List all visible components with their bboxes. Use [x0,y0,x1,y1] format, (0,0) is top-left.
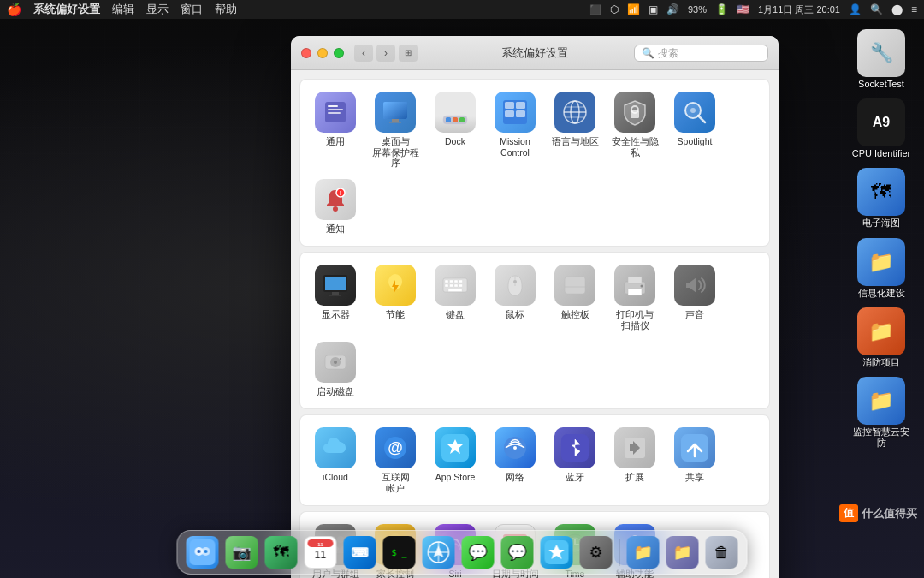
dock-appstore-dock[interactable] [539,534,575,570]
svg-rect-11 [459,117,465,122]
datetime[interactable]: 1月11日 周三 20:01 [758,3,840,16]
pref-item-startup[interactable]: 启动磁盘 [305,337,365,402]
pref-item-display[interactable]: 显示器 [305,259,365,336]
dock-calendar[interactable]: 1111 [303,534,339,570]
menu-item-edit[interactable]: 编辑 [112,2,134,17]
svg-text:@: @ [388,439,403,456]
dock-messages[interactable]: 💬 [460,534,496,570]
grid-view-button[interactable]: ⊞ [399,45,418,62]
sockettest-label: SocketTest [858,79,904,90]
keyboard-label: 键盘 [446,309,465,320]
svg-rect-42 [454,284,458,287]
pref-item-general[interactable]: 通用 [305,86,365,174]
startup-icon-pref [315,342,356,383]
pref-section-personal: 通用 桌面与 屏幕保护程序 Dock [299,79,770,247]
pref-item-dock[interactable]: Dock [425,86,485,174]
pref-item-icloud[interactable]: iCloud [305,422,365,498]
svg-rect-37 [450,280,453,283]
menu-item-app[interactable]: 系统偏好设置 [33,2,100,17]
wifi-icon[interactable]: 📶 [627,3,640,15]
xcode-dock-icon: ⌨ [344,536,376,569]
desktop-icon-area: 🔧 SocketTest A9 CPU Identifier 🗺 电子海图 📁 … [847,26,915,452]
terminal-dock-icon: $ _ [383,536,416,569]
back-button[interactable]: ‹ [354,45,373,62]
menu-item-window[interactable]: 窗口 [181,2,203,17]
maximize-button[interactable] [334,48,344,58]
pref-item-network[interactable]: 网络 [485,422,545,498]
pref-item-security[interactable]: 安全性与隐私 [605,86,665,174]
menu-extra-icon[interactable]: ≡ [911,3,917,15]
pref-item-keyboard[interactable]: 键盘 [425,259,485,336]
bluetooth-icon[interactable]: ⬡ [610,3,619,15]
desktop-icon-infobuild[interactable]: 📁 信息化建设 [847,235,915,302]
dock-trash-item[interactable]: 🗑 [704,534,740,570]
pref-item-mouse[interactable]: 鼠标 [485,259,545,336]
dock-safari[interactable] [421,534,457,570]
pref-item-internet[interactable]: @ 互联网 帐户 [365,422,425,498]
menu-item-help[interactable]: 帮助 [215,2,237,17]
pref-item-spotlight[interactable]: Spotlight [665,86,725,174]
display-icon[interactable]: ▣ [649,3,658,15]
dock-icon-pref [435,92,476,133]
close-button[interactable] [301,48,311,58]
svg-rect-32 [332,292,339,295]
apple-menu[interactable]: 🍎 [7,3,21,16]
hdd-icon[interactable]: ⬛ [589,4,601,15]
language-icon-pref [554,92,595,133]
dock-photos[interactable]: 📷 [224,534,260,570]
sockettest-icon: 🔧 [870,42,893,64]
battery-icon[interactable]: 🔋 [715,3,728,15]
desktop-icon-map[interactable]: 🗺 电子海图 [847,164,915,232]
dock-wechat[interactable]: 💬 [500,534,536,570]
forward-button[interactable]: › [376,45,395,62]
pref-item-extensions[interactable]: 扩展 [605,422,665,498]
dock-terminal[interactable]: $ _ [382,534,418,570]
search-input[interactable] [658,47,761,59]
pref-item-trackpad[interactable]: 触控板 [545,259,605,336]
desktop-icon-fireproject[interactable]: 📁 消防项目 [847,304,915,372]
dock-finder[interactable] [185,534,221,570]
mission-icon-pref [495,92,536,133]
printer-icon-pref [614,265,655,306]
pref-item-desktop[interactable]: 桌面与 屏幕保护程序 [365,86,425,174]
dock-folder-1[interactable]: 📁 [625,534,661,570]
search-menubar-icon[interactable]: 🔍 [870,3,883,15]
sound-label: 声音 [685,309,704,320]
dock-sysprefs[interactable]: ⚙ [578,534,614,570]
extensions-label: 扩展 [625,472,644,483]
pref-item-sharing[interactable]: 共享 [665,422,725,498]
desktop-icon-sockettest[interactable]: 🔧 SocketTest [847,26,915,93]
pref-item-printer[interactable]: 打印机与 扫描仪 [605,259,665,336]
svg-point-52 [641,285,643,288]
dock: 📷 🗺 1111 ⌨ $ _ 💬 💬 [177,530,748,575]
pref-item-notify[interactable]: ! 通知 [305,174,365,240]
user-icon[interactable]: 👤 [849,3,862,15]
siri-icon[interactable]: ⬤ [891,3,903,15]
menu-item-view[interactable]: 显示 [146,2,169,17]
pref-item-mission[interactable]: Mission Control [485,86,545,174]
desktop-icon-monitor[interactable]: 📁 监控智慧云安防 [847,373,915,452]
search-bar[interactable]: 🔍 [634,45,768,62]
extensions-icon-pref [614,427,655,468]
svg-rect-44 [448,289,462,292]
trash-dock-icon: 🗑 [706,536,738,569]
desktop-icon-cpuid[interactable]: A9 CPU Identifier [847,95,915,163]
desktop: 🍎 系统偏好设置 编辑 显示 窗口 帮助 ⬛ ⬡ 📶 ▣ 🔊 93% 🔋 🇺🇸 … [0,0,924,578]
pref-item-sound[interactable]: 声音 [665,259,725,336]
dock-xcode[interactable]: ⌨ [342,534,378,570]
pref-item-energy[interactable]: 节能 [365,259,425,336]
dock-folder-2[interactable]: 📁 [665,534,701,570]
pref-item-language[interactable]: 语言与地区 [545,86,605,174]
svg-point-27 [333,206,338,212]
pref-item-appstore[interactable]: App Store [425,422,485,498]
infobuild-icon: 📁 [868,250,894,274]
sharing-label: 共享 [685,472,704,483]
minimize-button[interactable] [317,48,328,58]
pref-item-bluetooth[interactable]: 蓝牙 [545,422,605,498]
volume-icon[interactable]: 🔊 [666,3,679,15]
dock-maps[interactable]: 🗺 [264,534,299,570]
svg-rect-7 [389,122,401,123]
flag-icon[interactable]: 🇺🇸 [737,3,749,15]
sysprefs-dock-icon: ⚙ [580,536,613,569]
svg-point-46 [513,280,517,283]
